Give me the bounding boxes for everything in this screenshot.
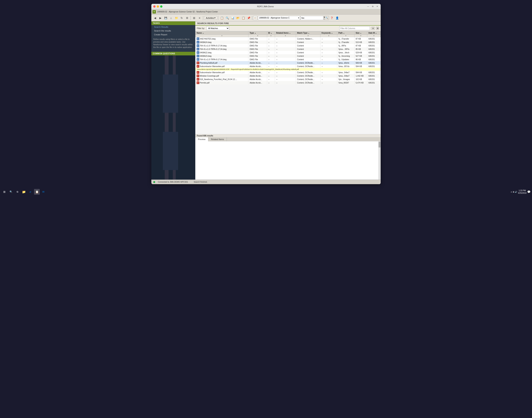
file-name: Plumbing AsBuilt.pdf — [200, 62, 217, 64]
cell-match: Content, OCRedte... — [296, 65, 320, 68]
cell-match: Content — [296, 44, 320, 47]
table-row[interactable]: P Subcontractor Warranties.pdf Adobe Acr… — [195, 71, 381, 74]
grid-button[interactable]: ⊞ — [192, 15, 197, 21]
tab-related-items[interactable]: Related Items — [208, 137, 227, 141]
activities-dropdown[interactable]: Activities ▾ — [204, 16, 217, 20]
settings-button[interactable]: ⚙ — [185, 15, 189, 21]
col-header-match[interactable]: Match Type ▲ — [296, 31, 320, 35]
tool3-button[interactable]: 📊 — [230, 15, 235, 21]
start-button[interactable]: ⊞ — [1, 189, 7, 195]
table-row[interactable]: D 0408A23.dwg DWG File -- -- Content -- … — [195, 54, 381, 58]
preview-scrollbar-thumb — [378, 142, 380, 148]
help-button[interactable]: ❓ — [329, 15, 334, 21]
minimize-button[interactable] — [157, 5, 159, 8]
separator-1 — [190, 16, 191, 20]
preview-scrollbar[interactable] — [378, 141, 381, 180]
table-row[interactable]: P Subcontractor Warranties.pdf Adobe Acr… — [195, 65, 381, 68]
refresh-button[interactable]: ↻ — [179, 15, 184, 21]
results-header: SEARCH RESULTS FOR FIRE — [195, 21, 381, 26]
col-header-related[interactable]: Related Items ▲ — [275, 31, 296, 35]
sidebar-item-search-results[interactable]: Search Results — [151, 25, 195, 29]
taskbar-search-button[interactable]: 🔍 — [8, 189, 14, 195]
restore-icon[interactable]: ⧉ — [371, 5, 374, 8]
sidebar-item-create-report[interactable]: Create Report — [151, 33, 195, 36]
cell-type: DWG File — [248, 54, 267, 58]
cell-related: -- — [275, 51, 296, 54]
col-header-path[interactable]: Path ▲ — [337, 31, 355, 35]
cell-keywords: -- — [320, 71, 337, 74]
tool6-button[interactable]: 📌 — [246, 15, 251, 21]
cell-match: Content — [296, 47, 320, 51]
cell-match: Content — [296, 40, 320, 44]
list-button[interactable]: ≡ — [197, 15, 202, 21]
sidebar-item-search-the-results[interactable]: Search the results — [151, 29, 195, 33]
cell-keywords: -- — [320, 78, 337, 81]
col-header-type[interactable]: Type ▲ — [248, 31, 267, 35]
forward-button[interactable]: ▶ — [158, 15, 163, 21]
tab-preview[interactable]: Preview — [195, 137, 208, 141]
table-row[interactable]: D 0408A22.dwg DWG File -- -- Content -- … — [195, 51, 381, 54]
col-header-id[interactable]: ID ▲ — [267, 31, 275, 35]
tool1-button[interactable]: 📋 — [219, 15, 224, 21]
col-header-size[interactable]: Size ▲ — [355, 31, 367, 35]
cell-type: Adobe Acrob... — [248, 74, 267, 78]
table-row[interactable]: P Plumbing AsBuilt.pdf Adobe Acrob... --… — [195, 61, 381, 65]
cell-size: 529 KB — [355, 51, 367, 54]
edge-button[interactable]: ℯ — [27, 189, 33, 195]
cell-date: 6/8/201 — [367, 78, 381, 81]
col-header-date[interactable]: Date M ▲ — [367, 31, 381, 35]
cell-date: 6/8/201 — [367, 44, 381, 47]
filter-settings-button[interactable]: ⚙ — [376, 27, 379, 30]
col-header-name[interactable]: Name ▲ — [195, 31, 248, 35]
minimize-icon[interactable]: — — [366, 5, 370, 8]
table-row[interactable]: P Permits.pdf Adobe Acrob... -- -- Conte… — [195, 81, 381, 84]
table-row[interactable]: D 0408A24.dwg DWG File -- -- Content -- … — [195, 40, 381, 44]
sidebar-image-overlay — [151, 55, 195, 180]
table-row[interactable]: P 018_Newforma_Punchlist_iPad_26.04.12..… — [195, 78, 381, 81]
file-name: Window Coverings.pdf — [200, 75, 219, 77]
newforma-taskbar-button[interactable]: 📋 — [34, 189, 40, 195]
search-button[interactable]: 🔍 — [325, 16, 329, 20]
table-row[interactable]: D 764.41-c1.0-TRPA-9.17.04.dwg DWG File … — [195, 47, 381, 51]
cell-related: -- — [275, 78, 296, 81]
filter-select[interactable]: All Matches Content Name Keywords — [206, 26, 229, 30]
cell-path: \\j...\Updates — [337, 58, 355, 61]
maximize-button[interactable] — [160, 5, 162, 8]
table-row[interactable]: D XKEYNOTES.dwg DWG File -- -- Content, … — [195, 37, 381, 41]
table-row[interactable]: D 764.41-c1.0-TRPA-9.17.04.dwg DWG File … — [195, 44, 381, 47]
close-button[interactable] — [153, 5, 155, 8]
notification-button[interactable]: 💬 — [527, 190, 531, 193]
user-button[interactable]: 👤 — [335, 15, 340, 21]
home-button[interactable]: ⌂ — [168, 15, 174, 21]
results-header-title: SEARCH RESULTS FOR FIRE — [197, 22, 229, 24]
col-header-keywords[interactable]: Keywords ▲ — [320, 31, 337, 35]
save-button[interactable]: 💾 — [163, 15, 168, 21]
back-button[interactable]: ◀ — [153, 15, 157, 21]
file-explorer-button[interactable]: 📁 — [21, 189, 27, 195]
tool4-button[interactable]: 📂 — [236, 15, 240, 21]
file-icon: D — [197, 41, 199, 44]
found-count: Found 686 results — [197, 135, 213, 137]
tool5-button[interactable]: 📋 — [241, 15, 246, 21]
table-row[interactable]: P Window Coverings.pdf Adobe Acrob... --… — [195, 74, 381, 78]
size-filter-funnel: ▼ — [355, 35, 366, 37]
outlook-button[interactable]: ✉ — [40, 189, 46, 195]
cell-name: D 764.41-c1.0-TRPA-9.17.04.dwg — [195, 44, 248, 47]
task-view-button[interactable]: ⧉ — [14, 189, 20, 195]
filter-all-cols-input[interactable] — [339, 26, 370, 30]
taskbar-clock: 1:33 PM 4/25/2018 — [518, 189, 527, 194]
cell-name: P Plumbing AsBuilt.pdf — [195, 61, 248, 65]
folder-button[interactable]: 📁 — [174, 15, 179, 21]
cell-match: Content, Hidden t... — [296, 37, 320, 41]
project-selector[interactable]: 1999009.02 - Alpengrove Science C ▾ — [258, 16, 300, 20]
cell-name: D 764.41-c1.0-TRPA-9.17.04.dwg — [195, 58, 248, 61]
tool2-button[interactable]: 🔍 — [225, 15, 230, 21]
cell-related: -- — [275, 58, 296, 61]
filter-clear-button[interactable]: ✕ — [371, 27, 375, 30]
close-icon[interactable]: ✕ — [376, 5, 379, 8]
cell-match: Content — [296, 54, 320, 58]
file-name: 764.41-c1.0-TRPA-9.17.04.dwg — [200, 48, 227, 50]
search-combo-arrow[interactable]: ▾ — [324, 16, 324, 20]
search-input[interactable]: fire — [300, 16, 323, 20]
table-row[interactable]: D 764.41-c1.0-TRPA-9.17.04.dwg DWG File … — [195, 58, 381, 61]
